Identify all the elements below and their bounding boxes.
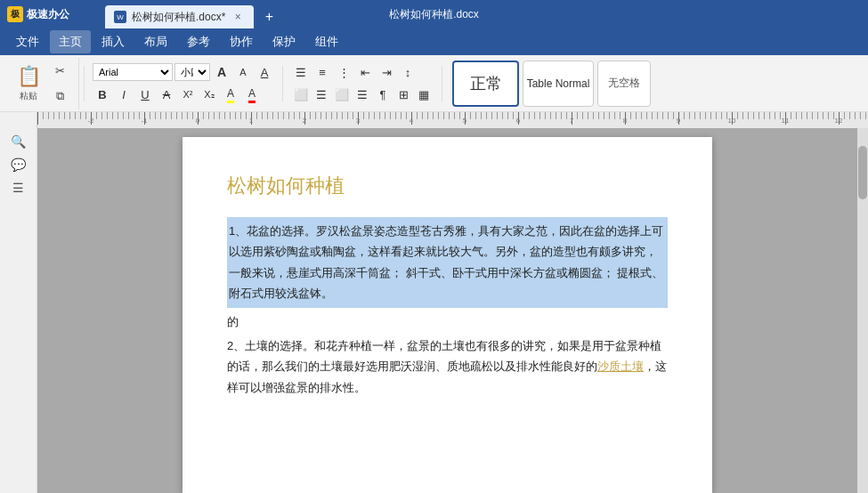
font-size-select[interactable]: 小四 <box>174 63 210 81</box>
text-2-part1: 2、土壤的选择。和花卉种植一样，盆景的土壤也有很多的讲究，如果是用于盆景种植的话… <box>227 339 661 373</box>
align-right-button[interactable]: ⬜ <box>332 85 352 104</box>
border-button[interactable]: ⊞ <box>393 85 413 104</box>
style-normal-card[interactable]: 正常 <box>452 61 519 107</box>
sort-button[interactable]: ↕ <box>398 62 418 82</box>
align-center-button[interactable]: ☰ <box>312 85 331 104</box>
menu-bar: 文件 主页 插入 布局 参考 协作 保护 组件 <box>0 28 868 55</box>
paragraph-mark-button[interactable]: ¶ <box>373 85 393 104</box>
vertical-scrollbar[interactable] <box>857 128 868 493</box>
document-tab[interactable]: W 松树如何种植.docx* × <box>105 5 254 28</box>
app-name: 极速办公 <box>27 7 69 22</box>
separator-2 <box>282 66 283 101</box>
comment-panel-icon[interactable]: 💬 <box>9 155 28 174</box>
font-row-2: B I U A X² X₂ A A <box>93 85 274 104</box>
search-panel-icon[interactable]: 🔍 <box>9 132 28 151</box>
superscript-button[interactable]: X² <box>178 85 198 104</box>
selected-text-block: 1、花盆的选择。罗汉松盆景姿态造型苍古秀雅，具有大家之范，因此在盆的选择上可以选… <box>227 217 668 308</box>
list-row: ☰ ≡ ⋮ ⇤ ⇥ ↕ <box>291 62 434 82</box>
ruler-area: -2-10123456789101112131415 <box>0 112 868 128</box>
bold-button[interactable]: B <box>93 85 112 104</box>
menu-component[interactable]: 组件 <box>306 30 347 53</box>
underline-button[interactable]: U <box>135 85 155 104</box>
content-area[interactable]: 松树如何种植 1、花盆的选择。罗汉松盆景姿态造型苍古秀雅，具有大家之范，因此在盆… <box>37 128 857 493</box>
horizontal-ruler: -2-10123456789101112131415 <box>37 112 868 128</box>
scrollbar-thumb[interactable] <box>858 146 867 199</box>
indent-increase-button[interactable]: ⇥ <box>377 62 396 82</box>
font-color-button[interactable]: A <box>242 85 262 104</box>
tab-label: 松树如何种植.docx* <box>132 10 225 25</box>
menu-reference[interactable]: 参考 <box>178 30 219 53</box>
style-panel: 正常 Table Normal 无空格 <box>447 58 656 109</box>
tabs-area: W 松树如何种植.docx* × + <box>105 0 861 28</box>
menu-insert[interactable]: 插入 <box>93 30 134 53</box>
font-row-1: Arial 小四 A A A <box>93 62 274 82</box>
cut-button[interactable]: ✂ <box>48 60 71 83</box>
indent-decrease-button[interactable]: ⇤ <box>355 62 375 82</box>
new-tab-button[interactable]: + <box>257 5 280 28</box>
menu-collaborate[interactable]: 协作 <box>221 30 262 53</box>
tab-doc-icon: W <box>114 11 126 23</box>
paste-icon: 📋 <box>17 65 41 88</box>
separator-1 <box>84 66 85 101</box>
title-bar: 极 极速办公 W 松树如何种植.docx* × + 松树如何种植.docx <box>0 0 868 28</box>
clipboard-sub: ✂ ⧉ <box>48 60 71 108</box>
style-no-space-card[interactable]: 无空格 <box>597 61 651 107</box>
paragraph-group: ☰ ≡ ⋮ ⇤ ⇥ ↕ ⬜ ☰ ⬜ ☰ ¶ ⊞ ▦ <box>288 58 437 109</box>
text-2-underline: 沙质土壤 <box>597 360 644 373</box>
highlight-button[interactable]: A <box>221 85 240 104</box>
tab-close-button[interactable]: × <box>231 10 245 24</box>
toolbar: 📋 粘贴 ✂ ⧉ Arial 小四 A A A B I U <box>0 55 868 112</box>
main-area: 🔍 💬 ☰ 松树如何种植 1、花盆的选择。罗汉松盆景姿态造型苍古秀雅，具有大家之… <box>0 128 868 493</box>
font-group: Arial 小四 A A A B I U A X² X₂ A <box>89 58 278 109</box>
menu-protect[interactable]: 保护 <box>264 30 304 53</box>
unordered-list-button[interactable]: ☰ <box>291 62 311 82</box>
strikethrough-button[interactable]: A <box>157 85 176 104</box>
paste-group: 📋 粘贴 ✂ ⧉ <box>5 58 79 109</box>
text-paragraph-2: 2、土壤的选择。和花卉种植一样，盆景的土壤也有很多的讲究，如果是用于盆景种植的话… <box>227 335 668 398</box>
left-panel: 🔍 💬 ☰ <box>0 128 37 493</box>
window-title: 松树如何种植.docx <box>389 7 479 22</box>
font-shrink-button[interactable]: A <box>233 62 253 82</box>
paste-area: 📋 粘贴 <box>12 66 45 101</box>
align-justify-button[interactable]: ☰ <box>353 85 372 104</box>
multilevel-list-button[interactable]: ⋮ <box>334 62 353 82</box>
italic-button[interactable]: I <box>114 85 134 104</box>
align-row: ⬜ ☰ ⬜ ☰ ¶ ⊞ ▦ <box>291 85 434 104</box>
menu-file[interactable]: 文件 <box>7 30 48 53</box>
app-logo-icon: 极 <box>7 6 23 22</box>
font-grow-button[interactable]: A <box>212 62 231 82</box>
align-left-button[interactable]: ⬜ <box>291 85 311 104</box>
font-clear-button[interactable]: A <box>255 62 274 82</box>
paste-button[interactable]: 📋 粘贴 <box>12 66 45 101</box>
ruler-corner <box>0 112 37 128</box>
document: 松树如何种植 1、花盆的选择。罗汉松盆景姿态造型苍古秀雅，具有大家之范，因此在盆… <box>183 137 712 493</box>
menu-layout[interactable]: 布局 <box>135 30 176 53</box>
style-table-normal-card[interactable]: Table Normal <box>523 61 594 107</box>
copy-button[interactable]: ⧉ <box>48 85 71 108</box>
menu-home[interactable]: 主页 <box>50 30 91 53</box>
ruler-marks: -2-10123456789101112131415 <box>37 112 868 128</box>
separator-3 <box>442 66 442 101</box>
subscript-button[interactable]: X₂ <box>199 85 219 104</box>
app-logo: 极 极速办公 <box>7 6 96 22</box>
text-de: 的 <box>227 311 668 332</box>
document-title: 松树如何种植 <box>227 173 668 199</box>
paste-label: 粘贴 <box>20 90 37 102</box>
shading-button[interactable]: ▦ <box>414 85 434 104</box>
font-name-select[interactable]: Arial <box>93 63 173 81</box>
nav-panel-icon[interactable]: ☰ <box>9 178 28 198</box>
ordered-list-button[interactable]: ≡ <box>312 62 332 82</box>
